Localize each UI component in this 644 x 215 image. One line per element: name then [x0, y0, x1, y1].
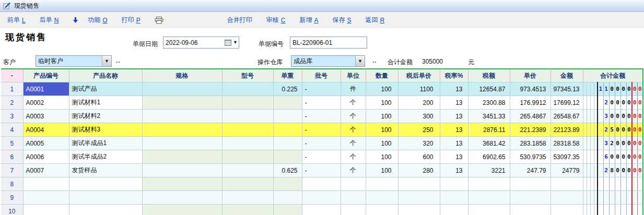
cell-tax[interactable] — [468, 205, 510, 215]
cell-unit-price[interactable] — [510, 205, 551, 215]
cell-batch[interactable] — [302, 177, 341, 191]
cell-qty[interactable]: 100 — [366, 82, 398, 96]
cell-model[interactable] — [222, 96, 273, 110]
cell-product-code[interactable]: A0001 — [23, 82, 69, 96]
cell-tax-rate[interactable] — [440, 191, 468, 205]
cell-amount[interactable] — [551, 205, 583, 215]
cell-qty[interactable]: 100 — [366, 150, 398, 164]
cell-spec[interactable] — [142, 205, 222, 215]
cell-tax-rate[interactable] — [440, 177, 468, 191]
cell-spec[interactable] — [142, 191, 222, 205]
cell-qty[interactable] — [366, 205, 398, 215]
cell-spec[interactable] — [142, 150, 222, 164]
cell-tax[interactable] — [468, 177, 510, 191]
cell-unit-price[interactable]: 265.4867 — [510, 110, 551, 123]
cell-tax[interactable]: 6902.65 — [468, 150, 510, 164]
cell-amount[interactable]: 24779 — [551, 164, 583, 177]
customer-dropdown-button[interactable]: ▼ — [102, 56, 111, 66]
cell-product-name[interactable]: 测试材料3 — [69, 123, 142, 137]
toolbar-button-P[interactable]: 打印P — [122, 16, 140, 25]
cell-product-code[interactable]: A0003 — [23, 110, 69, 123]
cell-product-code[interactable]: A0002 — [23, 96, 69, 110]
cell-product-name[interactable]: 测试产品 — [69, 82, 142, 96]
cell-tax-rate[interactable]: 13 — [440, 123, 468, 137]
cell-tax-rate[interactable]: 13 — [440, 137, 468, 150]
calendar-icon[interactable]: ▼ — [225, 39, 238, 46]
cell-unit-weight[interactable] — [273, 110, 302, 123]
cell-amount[interactable]: 26548.67 — [551, 110, 583, 123]
toolbar-button-L[interactable]: 前单L — [7, 16, 26, 25]
cell-amount[interactable] — [551, 191, 583, 205]
cell-unit-price[interactable]: 283.1858 — [510, 137, 551, 150]
cell-unit[interactable]: 件 — [341, 82, 366, 96]
cell-unit-weight[interactable] — [273, 191, 302, 205]
cell-product-code[interactable]: A0007 — [23, 164, 69, 177]
cell-price-with-tax[interactable]: 280 — [398, 164, 440, 177]
cell-tax[interactable]: 2876.11 — [468, 123, 510, 137]
cell-unit-price[interactable]: 973.4513 — [510, 82, 551, 96]
toolbar-button-A[interactable]: 新增A — [299, 16, 318, 25]
cell-model[interactable] — [222, 110, 273, 123]
cell-price-with-tax[interactable]: 250 — [398, 123, 440, 137]
cell-product-name[interactable]: 发货样品 — [69, 164, 142, 177]
toolbar-button-C[interactable]: 审核C — [266, 16, 286, 25]
cell-spec[interactable] — [142, 137, 222, 150]
cell-amount[interactable]: 22123.89 — [551, 123, 583, 137]
cell-product-name[interactable]: 测试材料1 — [69, 96, 142, 110]
cell-unit[interactable]: 个 — [341, 137, 366, 150]
cell-tax[interactable]: 3681.42 — [468, 137, 510, 150]
cell-unit-price[interactable]: 176.9912 — [510, 96, 551, 110]
cell-price-with-tax[interactable]: 320 — [398, 137, 440, 150]
cell-batch[interactable]: - — [302, 150, 341, 164]
cell-amount[interactable]: 53097.35 — [551, 150, 583, 164]
cell-unit[interactable]: 个 — [341, 164, 366, 177]
warehouse-dropdown-button[interactable]: ▼ — [355, 56, 365, 66]
cell-price-with-tax[interactable]: 300 — [398, 110, 440, 123]
cell-unit-weight[interactable] — [273, 205, 302, 215]
cell-tax[interactable]: 3221 — [468, 164, 510, 177]
cell-product-name[interactable] — [69, 191, 142, 205]
cell-product-code[interactable]: A0005 — [23, 137, 69, 150]
cell-batch[interactable]: - — [302, 96, 341, 110]
cell-model[interactable] — [222, 177, 273, 191]
cell-spec[interactable] — [142, 82, 222, 96]
doc-no-input[interactable] — [290, 37, 367, 49]
cell-batch[interactable] — [302, 191, 341, 205]
cell-model[interactable] — [222, 191, 273, 205]
cell-tax-rate[interactable] — [440, 205, 468, 215]
toolbar-button-N[interactable]: 后单N — [40, 16, 59, 25]
cell-product-code[interactable]: A0006 — [23, 150, 69, 164]
toolbar-button-S[interactable]: 保存S — [332, 16, 351, 25]
cell-unit-price[interactable]: 530.9735 — [510, 150, 551, 164]
cell-qty[interactable] — [366, 177, 398, 191]
cell-model[interactable] — [222, 137, 273, 150]
cell-tax-rate[interactable]: 13 — [440, 150, 468, 164]
cell-qty[interactable]: 100 — [366, 137, 398, 150]
cell-price-with-tax[interactable]: 600 — [398, 150, 440, 164]
warehouse-lookup-button[interactable]: .. — [372, 57, 377, 64]
cell-spec[interactable] — [142, 177, 222, 191]
cell-tax-rate[interactable]: 13 — [440, 164, 468, 177]
cell-tax-rate[interactable]: 13 — [440, 110, 468, 123]
cell-spec[interactable] — [142, 164, 222, 177]
cell-model[interactable] — [222, 205, 273, 215]
warehouse-combobox[interactable]: 成品库 ▼ — [291, 55, 365, 67]
cell-qty[interactable] — [366, 191, 398, 205]
cell-qty[interactable]: 100 — [366, 110, 398, 123]
cell-unit[interactable]: 个 — [341, 150, 366, 164]
cell-batch[interactable]: - — [302, 164, 341, 177]
cell-qty[interactable]: 100 — [366, 96, 398, 110]
cell-amount[interactable]: 17699.12 — [551, 96, 583, 110]
customer-lookup-button[interactable]: .. — [116, 57, 121, 64]
cell-qty[interactable]: 100 — [366, 123, 398, 137]
toolbar-button-O[interactable]: 功能O — [88, 16, 107, 25]
cell-product-name[interactable]: 测试半成品1 — [69, 137, 142, 150]
toolbar-button-R[interactable]: 返回R — [365, 16, 384, 25]
cell-product-code[interactable] — [23, 191, 69, 205]
cell-spec[interactable] — [142, 96, 222, 110]
cell-price-with-tax[interactable]: 200 — [398, 96, 440, 110]
cell-unit-price[interactable] — [510, 177, 551, 191]
toolbar-button-6[interactable]: 合并打印 — [227, 16, 252, 25]
printer-icon[interactable] — [155, 17, 163, 24]
cell-unit-weight[interactable] — [273, 137, 302, 150]
